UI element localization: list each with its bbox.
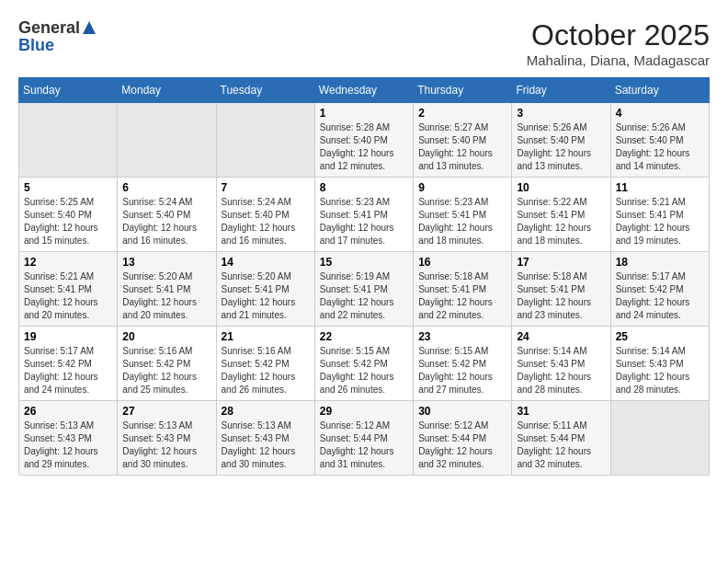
calendar-day-cell: 22Sunrise: 5:15 AMSunset: 5:42 PMDayligh…	[314, 327, 413, 401]
day-info-text: Sunrise: 5:21 AMSunset: 5:41 PMDaylight:…	[616, 196, 704, 247]
day-number: 3	[517, 107, 605, 120]
day-number: 15	[320, 256, 408, 269]
calendar-week-row: 26Sunrise: 5:13 AMSunset: 5:43 PMDayligh…	[19, 401, 710, 476]
month-year-title: October 2025	[527, 18, 710, 52]
day-number: 2	[418, 107, 506, 120]
calendar-day-cell	[216, 103, 314, 178]
page-header: General Blue October 2025 Mahalina, Dian…	[18, 18, 710, 68]
title-block: October 2025 Mahalina, Diana, Madagascar	[527, 18, 710, 68]
day-number: 29	[320, 405, 408, 418]
day-info-text: Sunrise: 5:25 AMSunset: 5:40 PMDaylight:…	[24, 196, 112, 247]
calendar-day-cell: 11Sunrise: 5:21 AMSunset: 5:41 PMDayligh…	[610, 178, 709, 252]
day-info-text: Sunrise: 5:26 AMSunset: 5:40 PMDaylight:…	[517, 121, 605, 173]
day-number: 4	[616, 107, 704, 120]
calendar-day-cell: 19Sunrise: 5:17 AMSunset: 5:42 PMDayligh…	[19, 327, 118, 401]
day-info-text: Sunrise: 5:11 AMSunset: 5:44 PMDaylight:…	[517, 419, 605, 471]
calendar-day-cell: 4Sunrise: 5:26 AMSunset: 5:40 PMDaylight…	[610, 103, 709, 178]
day-info-text: Sunrise: 5:24 AMSunset: 5:40 PMDaylight:…	[222, 196, 310, 247]
calendar-day-cell: 15Sunrise: 5:19 AMSunset: 5:41 PMDayligh…	[314, 252, 413, 327]
day-number: 19	[24, 330, 112, 343]
weekday-header-cell: Wednesday	[314, 78, 413, 103]
calendar-day-cell: 23Sunrise: 5:15 AMSunset: 5:42 PMDayligh…	[414, 327, 512, 401]
day-info-text: Sunrise: 5:21 AMSunset: 5:41 PMDaylight:…	[24, 270, 112, 322]
day-info-text: Sunrise: 5:18 AMSunset: 5:41 PMDaylight:…	[418, 270, 506, 322]
day-number: 31	[517, 405, 605, 418]
day-number: 24	[517, 330, 605, 343]
calendar-week-row: 5Sunrise: 5:25 AMSunset: 5:40 PMDaylight…	[19, 178, 710, 252]
day-info-text: Sunrise: 5:14 AMSunset: 5:43 PMDaylight:…	[616, 345, 704, 396]
weekday-header-cell: Saturday	[610, 78, 709, 103]
day-number: 12	[24, 256, 112, 269]
day-number: 22	[320, 330, 408, 343]
day-info-text: Sunrise: 5:14 AMSunset: 5:43 PMDaylight:…	[517, 345, 605, 396]
weekday-header-cell: Sunday	[19, 78, 118, 103]
weekday-header-row: SundayMondayTuesdayWednesdayThursdayFrid…	[19, 78, 710, 103]
calendar-day-cell: 18Sunrise: 5:17 AMSunset: 5:42 PMDayligh…	[610, 252, 709, 327]
svg-marker-0	[83, 21, 96, 34]
day-info-text: Sunrise: 5:17 AMSunset: 5:42 PMDaylight:…	[24, 345, 112, 396]
day-info-text: Sunrise: 5:19 AMSunset: 5:41 PMDaylight:…	[320, 270, 408, 322]
day-info-text: Sunrise: 5:18 AMSunset: 5:41 PMDaylight:…	[517, 270, 605, 322]
calendar-week-row: 19Sunrise: 5:17 AMSunset: 5:42 PMDayligh…	[19, 327, 710, 401]
day-number: 27	[122, 405, 210, 418]
day-info-text: Sunrise: 5:16 AMSunset: 5:42 PMDaylight:…	[222, 345, 310, 396]
day-number: 6	[122, 181, 210, 194]
calendar-day-cell: 17Sunrise: 5:18 AMSunset: 5:41 PMDayligh…	[512, 252, 610, 327]
calendar-week-row: 1Sunrise: 5:28 AMSunset: 5:40 PMDaylight…	[19, 103, 710, 178]
day-info-text: Sunrise: 5:15 AMSunset: 5:42 PMDaylight:…	[320, 345, 408, 396]
day-info-text: Sunrise: 5:20 AMSunset: 5:41 PMDaylight:…	[222, 270, 310, 322]
calendar-day-cell: 14Sunrise: 5:20 AMSunset: 5:41 PMDayligh…	[216, 252, 314, 327]
calendar-day-cell: 7Sunrise: 5:24 AMSunset: 5:40 PMDaylight…	[216, 178, 314, 252]
day-number: 7	[222, 181, 310, 194]
day-info-text: Sunrise: 5:12 AMSunset: 5:44 PMDaylight:…	[418, 419, 506, 471]
calendar-day-cell: 2Sunrise: 5:27 AMSunset: 5:40 PMDaylight…	[414, 103, 512, 178]
day-number: 18	[616, 256, 704, 269]
weekday-header-cell: Thursday	[414, 78, 512, 103]
calendar-week-row: 12Sunrise: 5:21 AMSunset: 5:41 PMDayligh…	[19, 252, 710, 327]
calendar-day-cell: 20Sunrise: 5:16 AMSunset: 5:42 PMDayligh…	[118, 327, 216, 401]
calendar-day-cell: 9Sunrise: 5:23 AMSunset: 5:41 PMDaylight…	[414, 178, 512, 252]
location-subtitle: Mahalina, Diana, Madagascar	[527, 52, 710, 68]
logo: General Blue	[18, 18, 97, 55]
day-number: 25	[616, 330, 704, 343]
day-info-text: Sunrise: 5:23 AMSunset: 5:41 PMDaylight:…	[320, 196, 408, 247]
calendar-day-cell: 6Sunrise: 5:24 AMSunset: 5:40 PMDaylight…	[118, 178, 216, 252]
weekday-header-cell: Monday	[118, 78, 216, 103]
day-number: 26	[24, 405, 112, 418]
weekday-header-cell: Tuesday	[216, 78, 314, 103]
day-number: 14	[222, 256, 310, 269]
calendar-day-cell: 1Sunrise: 5:28 AMSunset: 5:40 PMDaylight…	[314, 103, 413, 178]
day-number: 23	[418, 330, 506, 343]
calendar-day-cell: 13Sunrise: 5:20 AMSunset: 5:41 PMDayligh…	[118, 252, 216, 327]
calendar-day-cell	[610, 401, 709, 476]
calendar-table: SundayMondayTuesdayWednesdayThursdayFrid…	[18, 77, 710, 476]
calendar-day-cell: 31Sunrise: 5:11 AMSunset: 5:44 PMDayligh…	[512, 401, 610, 476]
day-number: 9	[418, 181, 506, 194]
day-number: 17	[517, 256, 605, 269]
day-number: 16	[418, 256, 506, 269]
calendar-day-cell: 12Sunrise: 5:21 AMSunset: 5:41 PMDayligh…	[19, 252, 118, 327]
day-number: 21	[222, 330, 310, 343]
calendar-day-cell: 25Sunrise: 5:14 AMSunset: 5:43 PMDayligh…	[610, 327, 709, 401]
logo-blue-text: Blue	[18, 36, 54, 55]
day-info-text: Sunrise: 5:13 AMSunset: 5:43 PMDaylight:…	[122, 419, 210, 471]
calendar-day-cell: 30Sunrise: 5:12 AMSunset: 5:44 PMDayligh…	[414, 401, 512, 476]
calendar-day-cell: 27Sunrise: 5:13 AMSunset: 5:43 PMDayligh…	[118, 401, 216, 476]
logo-triangle-icon	[81, 19, 97, 36]
day-info-text: Sunrise: 5:26 AMSunset: 5:40 PMDaylight:…	[616, 121, 704, 173]
calendar-day-cell: 28Sunrise: 5:13 AMSunset: 5:43 PMDayligh…	[216, 401, 314, 476]
calendar-day-cell: 21Sunrise: 5:16 AMSunset: 5:42 PMDayligh…	[216, 327, 314, 401]
calendar-day-cell: 10Sunrise: 5:22 AMSunset: 5:41 PMDayligh…	[512, 178, 610, 252]
logo-general-text: General	[18, 18, 80, 38]
day-info-text: Sunrise: 5:13 AMSunset: 5:43 PMDaylight:…	[222, 419, 310, 471]
calendar-day-cell	[19, 103, 118, 178]
day-info-text: Sunrise: 5:22 AMSunset: 5:41 PMDaylight:…	[517, 196, 605, 247]
day-info-text: Sunrise: 5:28 AMSunset: 5:40 PMDaylight:…	[320, 121, 408, 173]
calendar-day-cell: 3Sunrise: 5:26 AMSunset: 5:40 PMDaylight…	[512, 103, 610, 178]
calendar-day-cell: 24Sunrise: 5:14 AMSunset: 5:43 PMDayligh…	[512, 327, 610, 401]
day-number: 30	[418, 405, 506, 418]
day-number: 20	[122, 330, 210, 343]
day-info-text: Sunrise: 5:23 AMSunset: 5:41 PMDaylight:…	[418, 196, 506, 247]
calendar-day-cell: 29Sunrise: 5:12 AMSunset: 5:44 PMDayligh…	[314, 401, 413, 476]
day-number: 5	[24, 181, 112, 194]
